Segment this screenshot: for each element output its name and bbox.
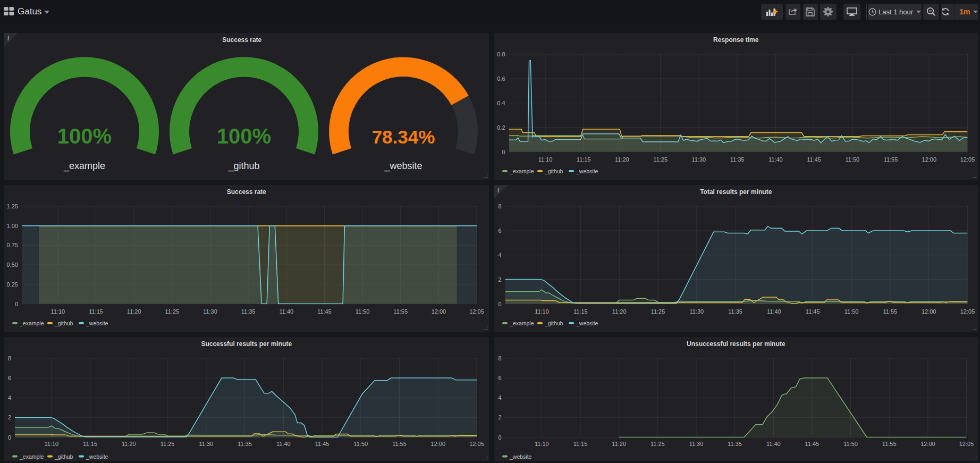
svg-text:11:55: 11:55 xyxy=(392,440,407,447)
svg-text:12:05: 12:05 xyxy=(960,156,975,163)
svg-text:6: 6 xyxy=(498,375,501,381)
svg-text:0.50: 0.50 xyxy=(7,262,18,268)
svg-text:11:45: 11:45 xyxy=(805,308,820,315)
svg-text:_github: _github xyxy=(544,320,563,326)
svg-text:11:55: 11:55 xyxy=(883,308,897,315)
svg-text:11:10: 11:10 xyxy=(535,440,549,447)
svg-text:12:05: 12:05 xyxy=(959,440,974,447)
svg-text:2: 2 xyxy=(498,276,501,282)
svg-text:11:40: 11:40 xyxy=(767,308,781,315)
svg-text:11:50: 11:50 xyxy=(356,308,370,315)
svg-text:_example: _example xyxy=(19,453,44,459)
svg-text:_website: _website xyxy=(86,453,108,459)
svg-text:11:20: 11:20 xyxy=(615,156,629,163)
svg-text:11:55: 11:55 xyxy=(883,156,898,163)
svg-text:11:15: 11:15 xyxy=(576,156,590,163)
svg-text:_example: _example xyxy=(63,161,105,172)
svg-text:100%: 100% xyxy=(217,124,271,148)
svg-text:11:55: 11:55 xyxy=(393,308,408,315)
svg-text:11:45: 11:45 xyxy=(807,156,821,163)
svg-text:12:00: 12:00 xyxy=(432,308,446,315)
svg-text:4: 4 xyxy=(498,394,501,401)
svg-text:0: 0 xyxy=(8,434,11,440)
svg-text:_website: _website xyxy=(384,161,422,172)
svg-text:11:55: 11:55 xyxy=(882,440,896,447)
svg-text:11:40: 11:40 xyxy=(276,440,291,447)
svg-text:11:45: 11:45 xyxy=(315,440,330,447)
svg-text:100%: 100% xyxy=(57,124,112,148)
svg-text:_website: _website xyxy=(86,320,108,326)
svg-text:0: 0 xyxy=(498,434,501,440)
svg-text:8: 8 xyxy=(498,355,501,361)
svg-text:12:05: 12:05 xyxy=(469,440,484,447)
svg-text:11:50: 11:50 xyxy=(843,440,858,447)
svg-text:11:35: 11:35 xyxy=(728,440,742,447)
svg-text:11:50: 11:50 xyxy=(353,440,368,447)
svg-text:11:30: 11:30 xyxy=(691,156,706,163)
svg-text:11:10: 11:10 xyxy=(538,156,552,163)
svg-text:12:00: 12:00 xyxy=(922,156,936,163)
svg-text:11:20: 11:20 xyxy=(612,308,626,315)
svg-text:11:35: 11:35 xyxy=(238,440,252,447)
svg-text:6: 6 xyxy=(498,227,501,233)
svg-text:11:50: 11:50 xyxy=(844,308,858,315)
svg-text:_example: _example xyxy=(509,320,534,326)
svg-text:2: 2 xyxy=(498,414,501,420)
svg-text:11:15: 11:15 xyxy=(573,308,587,315)
svg-text:_github: _github xyxy=(54,453,73,459)
svg-text:2: 2 xyxy=(8,414,11,420)
svg-text:4: 4 xyxy=(8,394,11,401)
svg-text:11:10: 11:10 xyxy=(51,308,65,315)
svg-text:11:45: 11:45 xyxy=(317,308,332,315)
svg-text:11:20: 11:20 xyxy=(127,308,141,315)
svg-text:11:30: 11:30 xyxy=(203,308,217,315)
svg-text:11:15: 11:15 xyxy=(573,440,587,447)
svg-text:0.75: 0.75 xyxy=(7,242,18,248)
svg-text:12:00: 12:00 xyxy=(921,308,936,315)
svg-text:_github: _github xyxy=(544,168,563,174)
svg-text:11:35: 11:35 xyxy=(241,308,256,315)
svg-text:_example: _example xyxy=(509,168,534,174)
svg-text:11:35: 11:35 xyxy=(728,308,742,315)
svg-text:11:40: 11:40 xyxy=(768,156,783,163)
svg-text:12:05: 12:05 xyxy=(960,308,975,315)
svg-text:8: 8 xyxy=(8,355,11,361)
svg-text:11:25: 11:25 xyxy=(653,156,668,163)
svg-text:1.25: 1.25 xyxy=(7,203,18,209)
svg-text:_website: _website xyxy=(509,453,532,459)
svg-text:11:30: 11:30 xyxy=(689,440,703,447)
svg-text:1.00: 1.00 xyxy=(7,222,18,229)
svg-text:78.34%: 78.34% xyxy=(372,127,435,147)
svg-text:11:50: 11:50 xyxy=(845,156,859,163)
svg-text:0.6: 0.6 xyxy=(497,75,505,81)
svg-text:0.4: 0.4 xyxy=(497,99,505,106)
svg-text:11:30: 11:30 xyxy=(689,308,704,315)
svg-text:0.8: 0.8 xyxy=(497,51,505,57)
svg-text:11:40: 11:40 xyxy=(279,308,293,315)
svg-text:12:00: 12:00 xyxy=(920,440,935,447)
svg-text:_example: _example xyxy=(19,320,44,326)
svg-text:0.25: 0.25 xyxy=(7,281,18,287)
svg-text:8: 8 xyxy=(498,203,501,209)
svg-text:_github: _github xyxy=(54,320,73,326)
svg-text:11:20: 11:20 xyxy=(122,440,136,447)
svg-text:0: 0 xyxy=(15,300,18,307)
svg-text:11:30: 11:30 xyxy=(199,440,214,447)
svg-text:11:15: 11:15 xyxy=(83,440,97,447)
svg-text:11:25: 11:25 xyxy=(160,440,175,447)
svg-text:_github: _github xyxy=(227,161,259,172)
svg-text:0: 0 xyxy=(498,300,501,307)
svg-text:11:25: 11:25 xyxy=(165,308,179,315)
svg-text:12:00: 12:00 xyxy=(431,440,446,447)
svg-text:_website: _website xyxy=(576,320,598,326)
svg-text:11:15: 11:15 xyxy=(89,308,103,315)
svg-text:11:20: 11:20 xyxy=(612,440,626,447)
svg-text:12:05: 12:05 xyxy=(469,308,484,315)
svg-text:0: 0 xyxy=(502,148,505,155)
svg-text:11:10: 11:10 xyxy=(45,440,59,447)
svg-text:_website: _website xyxy=(576,168,598,174)
svg-text:11:45: 11:45 xyxy=(805,440,819,447)
svg-text:0.2: 0.2 xyxy=(497,124,505,130)
svg-text:11:35: 11:35 xyxy=(730,156,744,163)
svg-text:11:25: 11:25 xyxy=(650,440,664,447)
